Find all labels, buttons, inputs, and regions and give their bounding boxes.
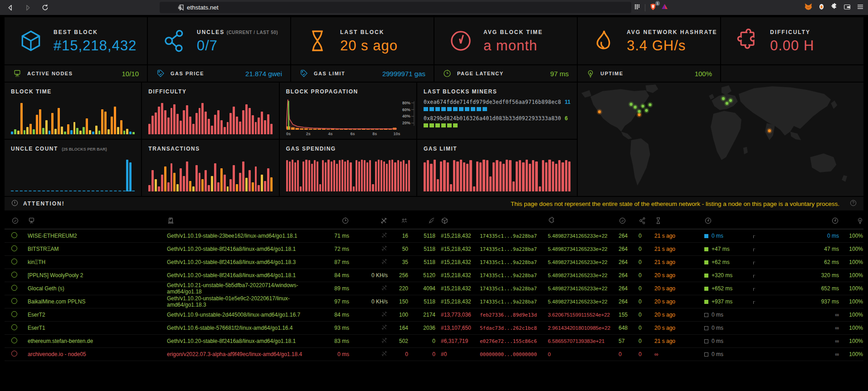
node-pin-icon[interactable] (11, 351, 28, 358)
table-row[interactable]: archivenode.io - node05 erigon/v2022.07.… (5, 348, 863, 361)
node-pin-icon[interactable] (11, 259, 28, 266)
uncles-column-icon[interactable] (636, 217, 651, 226)
svg-text:8s: 8s (372, 132, 377, 136)
node-dot[interactable] (598, 110, 601, 113)
mini-stat-value: 97 ms (550, 70, 569, 78)
node-avg-propagation: 937 ms (816, 298, 839, 305)
table-row[interactable]: BITSTRΞAM Geth/v1.10.20-stable-8f2416a8/… (5, 243, 863, 256)
propagation-column-icon[interactable] (701, 217, 755, 226)
stat-card-difficulty: DIFFICULTY 0.00 H (721, 17, 863, 64)
node-dot[interactable] (729, 99, 732, 102)
cube-icon (18, 28, 44, 54)
node-uncles: 0 (636, 233, 651, 239)
metamask-icon[interactable] (804, 2, 813, 13)
tab-grid-icon[interactable] (633, 3, 641, 13)
node-dot[interactable] (634, 106, 636, 109)
bar (372, 184, 374, 191)
table-row[interactable]: kinΞTH Geth/v1.10.20-stable-8f2416a8/lin… (5, 256, 863, 269)
block-time-chart-panel: BLOCK TIME (5, 83, 141, 139)
node-name: WISE-ETHEREUM2 (28, 233, 167, 239)
node-pin-icon[interactable] (11, 298, 28, 305)
avg-propagation-column-icon[interactable] (816, 217, 839, 226)
url-text[interactable]: ethstats.net (187, 4, 219, 11)
node-dot[interactable] (649, 103, 651, 107)
mining-column-icon[interactable] (349, 217, 388, 226)
peers-column-icon[interactable] (388, 217, 408, 226)
bar (561, 162, 564, 191)
latency-column-icon[interactable] (322, 217, 349, 226)
extension-egg-icon[interactable] (818, 3, 825, 12)
node-propagation-time: +937 ms (701, 298, 755, 305)
node-propagation-time: +62 ms (701, 259, 755, 265)
difficulty-column-icon[interactable] (544, 217, 614, 226)
reload-button[interactable] (38, 2, 52, 14)
miner-block-square (477, 107, 481, 111)
table-row[interactable]: Glocal Geth (s) Geth/v1.10.21-unstable-5… (5, 282, 863, 295)
miner-block-square (424, 123, 428, 127)
forward-button[interactable] (21, 2, 34, 14)
table-row[interactable]: EserT1 Geth/v1.10.6-stable-576681f2/linu… (5, 322, 863, 335)
table-row[interactable]: WISE-ETHEREUM2 Geth/v1.10.19-stable-23be… (5, 230, 863, 243)
miner-block-square (441, 107, 446, 111)
wallet-icon[interactable] (843, 3, 851, 13)
node-name: kinΞTH (28, 259, 167, 265)
stat-value: 0/7 (197, 38, 278, 54)
node-avg-propagation: ∞ (816, 325, 839, 331)
node-pin-icon[interactable] (11, 272, 28, 279)
node-pin-icon[interactable] (11, 324, 28, 332)
table-row[interactable]: EserT2 Geth/v1.10.9-unstable-2d445008/li… (5, 308, 863, 322)
node-propagation-time: +47 ms (701, 246, 755, 252)
node-dot[interactable] (641, 105, 644, 108)
node-avg-propagation: 320 ms (816, 272, 839, 279)
block-column-icon[interactable] (435, 217, 476, 226)
node-mining (349, 232, 388, 240)
address-bar[interactable]: ethstats.net (160, 2, 631, 13)
node-client: Geth/v1.10.20-stable-8f2416a8/linux-amd6… (167, 272, 322, 279)
back-button[interactable] (4, 2, 17, 14)
node-block: #15,218,432 (435, 298, 476, 305)
uptime-column-icon[interactable] (839, 217, 866, 226)
bookmark-icon[interactable] (178, 4, 185, 13)
miner-row: 0x829bd824b016326a401d083b33d092293333a8… (424, 115, 571, 127)
node-mining (349, 350, 388, 358)
miner-address[interactable]: 0xea674fdde714fd979de3edf0f56aa9716b898e… (424, 99, 561, 105)
node-dot[interactable] (768, 129, 770, 132)
help-icon[interactable] (849, 199, 857, 209)
node-block-hash: 174335c1...9a228ba7 (476, 259, 544, 265)
bar (33, 129, 35, 134)
table-row[interactable]: ethereum.stefan-benten.de Geth/v1.10.20-… (5, 335, 863, 348)
bar (195, 165, 198, 191)
node-dot[interactable] (638, 110, 640, 113)
node-dot[interactable] (726, 102, 728, 105)
node-column-icon[interactable] (28, 217, 167, 226)
node-pin-icon[interactable] (11, 337, 28, 345)
node-dot[interactable] (629, 103, 632, 106)
bar (245, 178, 248, 191)
node-pin-icon[interactable] (11, 232, 28, 239)
node-client: Geth/v1.10.20-stable-8f2416a8/linux-amd6… (167, 338, 322, 344)
brave-shield-icon[interactable]: 1 (649, 3, 657, 13)
node-dot[interactable] (645, 109, 648, 112)
bar (233, 165, 235, 191)
miner-block-square (453, 123, 458, 127)
gas-spending-bars (286, 156, 410, 191)
miner-address[interactable]: 0x829bd824b016326a401d083b33d092293333a8… (424, 115, 561, 122)
node-last-block-time: 21 s ago (651, 246, 701, 252)
extension-triangle-icon[interactable] (661, 3, 668, 12)
node-pin-icon[interactable] (11, 311, 28, 318)
last-block-column-icon[interactable] (651, 217, 701, 226)
menu-icon[interactable] (856, 3, 864, 13)
table-row[interactable]: [PPLNS] WoolyPooly 2 Geth/v1.10.20-stabl… (5, 269, 863, 282)
pending-column-icon[interactable] (408, 217, 435, 226)
node-dot[interactable] (722, 97, 725, 100)
node-block-hash: 174335c1...9a228ba7 (476, 286, 544, 292)
table-row[interactable]: BaikalMine.com PPLNS Geth/v1.10.20-unsta… (5, 295, 863, 308)
extensions-puzzle-icon[interactable] (830, 3, 838, 12)
node-pin-icon[interactable] (11, 245, 28, 253)
client-column-icon[interactable] (167, 217, 322, 226)
node-peers: 0 (388, 351, 408, 357)
node-block: #15,218,432 (435, 272, 476, 279)
txs-column-icon[interactable] (614, 217, 636, 226)
bar (558, 160, 561, 191)
node-pin-icon[interactable] (11, 285, 28, 292)
